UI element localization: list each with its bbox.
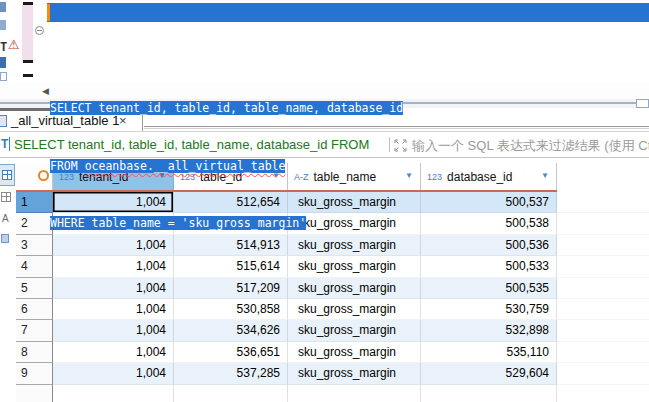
cell-table_id[interactable]: 517,209 [174, 278, 288, 299]
table-row: 61,004530,858sku_gross_margin530,759 [16, 299, 649, 320]
sql-line-empty [50, 41, 403, 60]
cell-database_id[interactable]: 500,533 [421, 256, 557, 277]
key-indicator-icon [38, 170, 49, 181]
row-filler [557, 342, 649, 363]
table-icon [0, 115, 7, 127]
row-number[interactable]: 7 [16, 320, 53, 341]
table-row: 71,004534,626sku_gross_margin532,898 [16, 320, 649, 341]
sql-line-from: FROM oceanbase.__all_virtual_table [50, 157, 403, 176]
cell-database_id[interactable]: 535,110 [421, 342, 557, 363]
row-number[interactable]: 8 [16, 342, 53, 363]
toolbar-fragment-icon[interactable] [0, 72, 7, 81]
table-row: 51,004517,209sku_gross_margin500,535 [16, 278, 649, 299]
row-number[interactable]: 6 [16, 299, 53, 320]
toolbar-fragment-icon[interactable]: T [0, 40, 8, 54]
cell-table_id[interactable]: 530,858 [174, 299, 288, 320]
ruler-mark [23, 60, 33, 63]
cell-database_id[interactable]: 530,759 [421, 299, 557, 320]
cell-database_id[interactable]: 500,535 [421, 278, 557, 299]
sql-line-select: SELECT tenant_id, table_id, table_name, … [50, 99, 403, 118]
filter-dropdown-icon[interactable]: ▼ [541, 171, 549, 180]
table-row: 91,004537,285sku_gross_margin529,604 [16, 363, 649, 384]
cell-database_id[interactable]: 500,538 [421, 213, 557, 234]
row-filler [557, 192, 649, 213]
ruler-mark [23, 2, 33, 5]
splitter-handle[interactable] [636, 99, 649, 108]
cell-table_name[interactable]: sku_gross_margin [288, 278, 421, 299]
toolbar-fragment-icon[interactable] [0, 20, 6, 30]
row-filler [557, 299, 649, 320]
column-type-icon: 123 [427, 172, 442, 182]
cell-table_name[interactable]: sku_gross_margin [288, 363, 421, 384]
row-number[interactable]: 9 [16, 363, 53, 384]
value-view-icon[interactable]: A [2, 213, 9, 224]
cell-database_id[interactable]: 500,536 [421, 235, 557, 256]
cell-table_name[interactable] [288, 385, 421, 402]
row-number[interactable]: 4 [16, 256, 53, 277]
row-number[interactable] [16, 385, 53, 402]
row-number[interactable]: 2 [16, 213, 53, 234]
cell-table_name[interactable]: sku_gross_margin [288, 342, 421, 363]
cell-tenant_id[interactable]: 1,004 [53, 320, 174, 341]
cell-table_id[interactable]: 534,626 [174, 320, 288, 341]
toolbar-fragment-icon[interactable] [0, 2, 6, 12]
filter-icon: T [1, 137, 8, 151]
cell-table_name[interactable]: sku_gross_margin [288, 299, 421, 320]
sql-text[interactable]: SELECT tenant_id, table_id, table_name, … [50, 3, 403, 272]
code-fold-icon[interactable] [35, 26, 44, 35]
sql-line-where: WHERE table_name = 'sku_gross_margin' [50, 214, 403, 233]
row-filler [557, 320, 649, 341]
text-caret [47, 4, 50, 21]
filter-input[interactable]: 输入一个 SQL 表达式来过滤结果 (使用 Ctrl+Space) [412, 137, 649, 155]
cell-table_name[interactable]: sku_gross_margin [288, 320, 421, 341]
row-number[interactable]: 5 [16, 278, 53, 299]
cell-tenant_id[interactable]: 1,004 [53, 299, 174, 320]
cell-table_id[interactable]: 537,285 [174, 363, 288, 384]
annotation-ruler [22, 5, 33, 62]
cell-database_id[interactable] [421, 385, 557, 402]
text-view-icon[interactable] [0, 190, 13, 206]
row-filler [557, 385, 649, 402]
filter-dropdown-icon[interactable]: ▼ [405, 171, 413, 180]
panel-fragment-icon[interactable] [1, 234, 9, 243]
row-number[interactable]: 3 [16, 235, 53, 256]
scroll-left-icon[interactable]: ◀ [42, 86, 49, 96]
empty-row [16, 385, 649, 402]
cell-tenant_id[interactable]: 1,004 [53, 342, 174, 363]
column-header-database_id[interactable]: 123database_id▼ [421, 163, 557, 190]
grid-view-icon[interactable] [0, 164, 15, 186]
cell-database_id[interactable]: 529,604 [421, 363, 557, 384]
sql-editor[interactable]: T ⚠ SELECT tenant_id, table_id, table_na… [0, 0, 649, 82]
ruler-mark [23, 74, 33, 77]
column-name: database_id [447, 170, 512, 184]
warning-icon: ⚠ [8, 37, 20, 52]
row-filler [557, 256, 649, 277]
cell-tenant_id[interactable] [53, 385, 174, 402]
dbeaver-window: T ⚠ SELECT tenant_id, table_id, table_na… [0, 0, 649, 402]
select-all-corner-button[interactable] [16, 163, 53, 190]
cell-tenant_id[interactable]: 1,004 [53, 363, 174, 384]
row-filler [557, 213, 649, 234]
cell-tenant_id[interactable]: 1,004 [53, 278, 174, 299]
cell-table_id[interactable] [174, 385, 288, 402]
row-number[interactable]: 1 [16, 192, 53, 213]
cell-database_id[interactable]: 500,537 [421, 192, 557, 213]
cell-database_id[interactable]: 532,898 [421, 320, 557, 341]
row-filler [557, 363, 649, 384]
table-row: 81,004536,651sku_gross_margin535,110 [16, 342, 649, 363]
row-filler [557, 235, 649, 256]
cell-table_id[interactable]: 536,651 [174, 342, 288, 363]
row-filler [557, 278, 649, 299]
toolbar-fragment-icon[interactable] [0, 57, 6, 68]
